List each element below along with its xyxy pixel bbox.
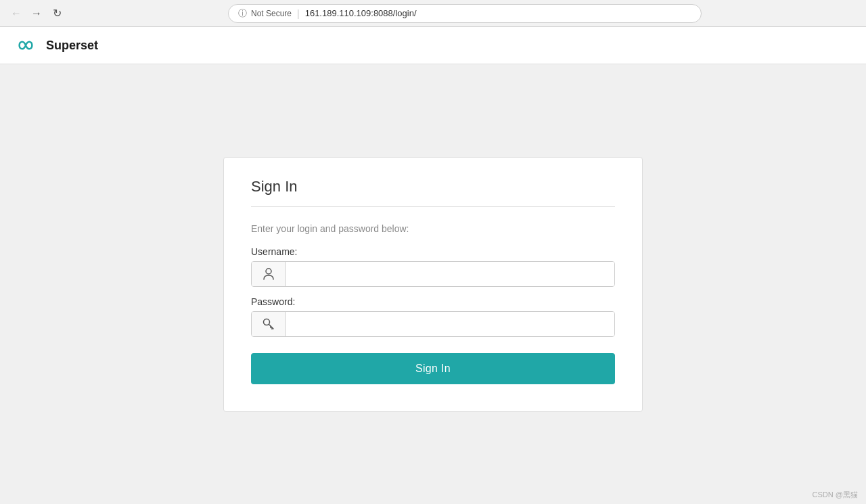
browser-toolbar: ← → ↻ ⓘ Not Secure | 161.189.110.109:808… (0, 0, 866, 27)
app-name: Superset (46, 39, 98, 53)
not-secure-label: Not Secure (251, 9, 292, 18)
password-input[interactable] (286, 312, 614, 336)
back-icon: ← (11, 7, 22, 20)
card-title: Sign In (251, 178, 615, 207)
login-card: Sign In Enter your login and password be… (223, 157, 643, 412)
username-input[interactable] (286, 262, 614, 286)
url-display: 161.189.110.109:8088/login/ (305, 8, 417, 18)
forward-button[interactable]: → (28, 5, 45, 22)
nav-buttons: ← → ↻ (8, 5, 65, 22)
superset-logo-icon (14, 37, 38, 53)
key-icon (252, 312, 286, 336)
refresh-button[interactable]: ↻ (49, 5, 65, 22)
url-separator: | (297, 8, 300, 19)
sign-in-button[interactable]: Sign In (251, 353, 615, 384)
refresh-icon: ↻ (53, 7, 62, 20)
login-subtitle: Enter your login and password below: (251, 223, 615, 234)
password-label: Password: (251, 296, 615, 307)
forward-icon: → (31, 7, 42, 20)
password-input-group (251, 311, 615, 337)
svg-point-0 (266, 269, 271, 274)
main-content: Sign In Enter your login and password be… (0, 64, 866, 504)
username-label: Username: (251, 246, 615, 257)
app-header: Superset (0, 27, 866, 64)
address-bar[interactable]: ⓘ Not Secure | 161.189.110.109:8088/logi… (228, 4, 702, 23)
security-icon: ⓘ (238, 7, 247, 20)
watermark: CSDN @黑猫 (813, 490, 858, 500)
username-input-group (251, 261, 615, 287)
back-button[interactable]: ← (8, 5, 24, 22)
user-icon (252, 262, 286, 286)
